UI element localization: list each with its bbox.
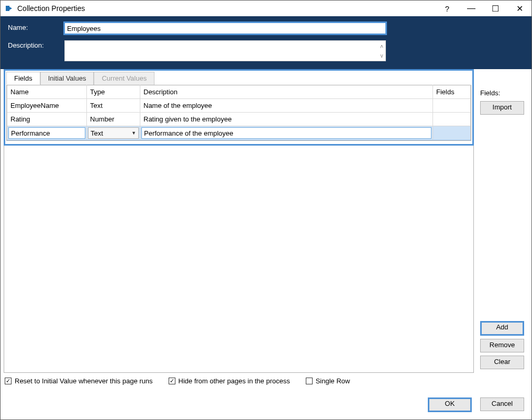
cell-name[interactable]: Rating <box>7 113 87 126</box>
import-button[interactable]: Import <box>480 101 524 115</box>
editing-type-select[interactable]: Text ▼ <box>88 127 139 139</box>
caret-down-icon: ▼ <box>131 130 136 136</box>
hide-checkbox[interactable]: ✓ Hide from other pages in the process <box>169 377 290 385</box>
table-row[interactable]: EmployeeName Text Name of the employee <box>7 99 471 113</box>
name-label: Name: <box>8 23 55 31</box>
cell-type[interactable]: Text <box>87 99 140 113</box>
tab-fields[interactable]: Fields <box>6 72 40 85</box>
cancel-button[interactable]: Cancel <box>480 397 524 411</box>
table-row[interactable]: Rating Number Rating given to the employ… <box>7 113 471 126</box>
col-header-description[interactable]: Description <box>140 85 433 99</box>
tab-initial-values[interactable]: Initial Values <box>40 72 94 85</box>
fields-grid: Name Type Description Fields EmployeeNam… <box>7 85 471 140</box>
help-button[interactable]: ? <box>435 1 459 16</box>
col-header-type[interactable]: Type <box>87 85 140 99</box>
description-input[interactable] <box>64 40 386 61</box>
window-title: Collection Properties <box>17 4 85 13</box>
remove-button[interactable]: Remove <box>480 339 524 352</box>
svg-marker-1 <box>9 7 12 10</box>
grid-empty-area <box>4 146 474 373</box>
chevron-down-icon[interactable]: v <box>378 51 385 61</box>
checkbox-icon: ✓ <box>169 378 175 384</box>
tab-current-values: Current Values <box>94 72 154 85</box>
minimize-button[interactable]: — <box>459 1 483 16</box>
close-button[interactable]: ✕ <box>507 1 531 16</box>
description-scroll[interactable]: ʌ v <box>378 41 385 61</box>
ok-button[interactable]: OK <box>428 397 472 412</box>
dialog-footer: OK Cancel <box>1 395 531 419</box>
single-label: Single Row <box>316 377 350 385</box>
reset-label: Reset to Initial Value whenever this pag… <box>15 377 153 385</box>
clear-button[interactable]: Clear <box>480 356 524 369</box>
single-row-checkbox[interactable]: Single Row <box>306 377 350 385</box>
cell-desc[interactable]: Name of the employee <box>140 99 433 113</box>
side-panel: Fields: Import Add Remove Clear <box>480 69 524 389</box>
reset-checkbox[interactable]: ✓ Reset to Initial Value whenever this p… <box>5 377 153 385</box>
checkbox-icon: ✓ <box>5 378 12 384</box>
cell-fields[interactable] <box>433 113 471 126</box>
name-input[interactable] <box>64 23 386 34</box>
side-fields-label: Fields: <box>480 89 524 97</box>
editing-type-value: Text <box>91 129 103 137</box>
cell-type[interactable]: Number <box>87 113 140 126</box>
properties-header: Name: Description: ʌ v <box>1 16 531 69</box>
description-label: Description: <box>8 40 55 49</box>
editing-desc-input[interactable] <box>141 127 431 139</box>
editing-fields-cell[interactable] <box>433 126 471 140</box>
svg-rect-0 <box>6 6 9 11</box>
app-icon <box>5 4 13 13</box>
table-row-editing[interactable]: Text ▼ <box>7 126 471 140</box>
editing-name-input[interactable] <box>8 127 85 139</box>
checkbox-row: ✓ Reset to Initial Value whenever this p… <box>4 373 474 389</box>
add-button[interactable]: Add <box>480 321 524 336</box>
title-bar: Collection Properties ? — ☐ ✕ <box>1 1 531 16</box>
col-header-name[interactable]: Name <box>7 85 87 99</box>
cell-desc[interactable]: Rating given to the employee <box>140 113 433 126</box>
dialog-window: Collection Properties ? — ☐ ✕ Name: Desc… <box>0 0 532 420</box>
tabstrip: Fields Initial Values Current Values <box>6 72 471 85</box>
checkbox-icon <box>306 378 313 384</box>
col-header-fields[interactable]: Fields <box>433 85 471 99</box>
cell-fields[interactable] <box>433 99 471 113</box>
maximize-button[interactable]: ☐ <box>483 1 507 16</box>
chevron-up-icon[interactable]: ʌ <box>378 41 385 51</box>
cell-name[interactable]: EmployeeName <box>7 99 87 113</box>
hide-label: Hide from other pages in the process <box>179 377 290 385</box>
